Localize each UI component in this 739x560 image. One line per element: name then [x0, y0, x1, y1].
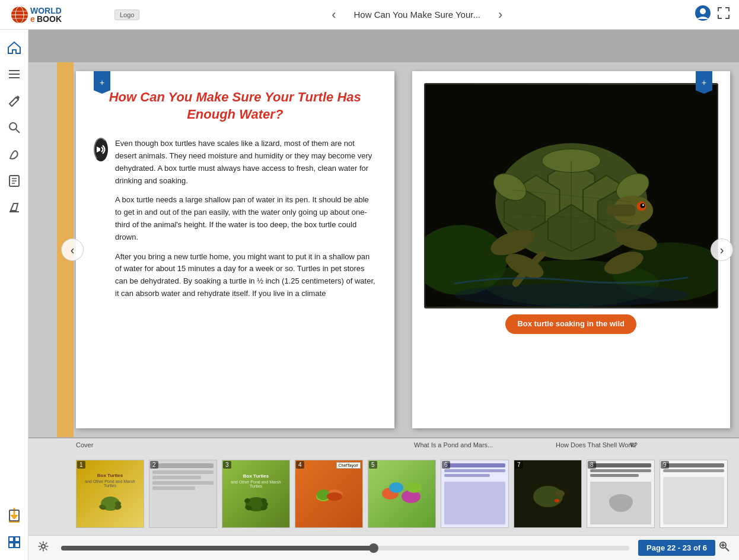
expand-icon — [717, 7, 730, 20]
thumb-num-9: 9 — [661, 461, 669, 469]
thumb-8-line1 — [590, 463, 651, 467]
book-next-button[interactable]: › — [711, 238, 733, 261]
grid-icon — [8, 536, 21, 549]
thumb-2-line3 — [152, 476, 201, 479]
sidebar-bottom-icons — [0, 504, 28, 554]
thumbnail-6[interactable]: 6 — [441, 460, 509, 528]
next-page-button[interactable]: › — [492, 4, 508, 26]
user-icon — [695, 5, 711, 21]
nav-right — [695, 5, 730, 24]
thumb-1-subtitle: and Other Pond and Marsh Turtles — [79, 479, 141, 488]
thumbnail-3[interactable]: 3 Box Turtles and Other Pond and Marsh T… — [222, 460, 290, 528]
sidebar-search-button[interactable] — [2, 116, 26, 139]
thumb-3-subtitle: and Other Pond and Marsh Turtles — [225, 480, 286, 488]
svg-line-78 — [725, 548, 729, 551]
sidebar-highlight-button[interactable] — [2, 196, 26, 219]
page-icon — [8, 509, 21, 522]
sidebar-notes-button[interactable] — [2, 169, 26, 193]
sidebar-page-button[interactable] — [2, 504, 26, 527]
paragraph-3: After you bring a new turtle home, you m… — [115, 251, 377, 300]
gray-header — [28, 30, 739, 62]
settings-button[interactable] — [34, 537, 52, 558]
menu-icon — [8, 68, 21, 81]
thumb-6-line1 — [444, 463, 505, 467]
svg-point-9 — [700, 8, 706, 14]
thumb-8-img — [590, 482, 651, 524]
thumb-num-8: 8 — [588, 461, 596, 469]
thumbnails-header: Cover What Is a Pond and Mars... How Doe… — [28, 438, 739, 455]
svg-rect-23 — [15, 537, 20, 542]
logo-area: WORLD e BOOK Logo — [9, 4, 139, 26]
thumb-header-8: How Does That Shell Work? — [556, 441, 624, 452]
home-icon — [8, 41, 21, 54]
turtle-image — [424, 83, 719, 308]
thumbnail-4[interactable]: 4 ChefTayo# — [295, 460, 363, 528]
thumb-num-7: 7 — [515, 461, 523, 469]
thumb-header-9: W — [630, 441, 692, 452]
annotate-icon — [8, 94, 21, 107]
thumb-2-line1 — [152, 463, 214, 468]
svg-text:e: e — [30, 14, 35, 24]
progress-bar[interactable] — [61, 546, 629, 551]
sidebar-grid-button[interactable] — [2, 530, 26, 554]
thumb-6-line2 — [444, 469, 505, 472]
left-page-content: How Can You Make Sure Your Turtle Has En… — [76, 71, 394, 428]
image-caption: Box turtle soaking in the wild — [505, 314, 636, 334]
left-page-text: Even though box turtles have scales like… — [115, 138, 377, 307]
thumbnail-1[interactable]: 1 Box Turtles and Other Pond and Marsh T… — [76, 460, 144, 528]
thumbnail-2[interactable]: 2 — [149, 460, 217, 528]
left-bookmark-button[interactable]: + — [94, 71, 110, 94]
progress-handle[interactable] — [369, 543, 378, 553]
thumb-9-line2 — [663, 469, 724, 472]
thumb-5-image — [378, 476, 426, 511]
svg-point-31 — [454, 284, 688, 307]
thumb-header-2 — [144, 441, 205, 452]
expand-icon-button[interactable] — [717, 7, 730, 23]
main-area: ‹ › + How Can You Make Sure Your Turtle … — [0, 30, 739, 560]
sidebar-draw-button[interactable] — [2, 142, 26, 166]
sidebar-home-button[interactable] — [2, 36, 26, 59]
user-icon-button[interactable] — [695, 5, 711, 24]
progress-fill — [61, 546, 374, 551]
svg-rect-22 — [9, 537, 14, 542]
zoom-icon — [718, 540, 730, 552]
content-wrapper: ‹ › + How Can You Make Sure Your Turtle … — [28, 30, 739, 560]
search-icon — [8, 121, 21, 134]
thumb-6-line3 — [444, 474, 490, 477]
svg-point-74 — [555, 490, 565, 497]
left-book-page: + How Can You Make Sure Your Turtle Has … — [76, 71, 394, 428]
thumbnail-7[interactable]: 7 — [514, 460, 582, 528]
svg-text:BOOK: BOOK — [37, 14, 62, 24]
zoom-button[interactable] — [715, 537, 733, 558]
svg-point-45 — [642, 204, 644, 206]
thumb-num-5: 5 — [369, 461, 377, 469]
thumb-num-3: 3 — [223, 461, 231, 469]
svg-rect-24 — [9, 543, 14, 548]
thumbnail-5[interactable]: 5 — [368, 460, 436, 528]
thumbnail-8[interactable]: 8 — [587, 460, 655, 528]
svg-rect-46 — [606, 205, 635, 217]
thumb-8-line3 — [590, 474, 639, 477]
page-chapter-title: How Can You Make Sure Your Turtle Has En… — [94, 89, 377, 123]
draw-icon — [8, 148, 21, 161]
thumbnail-9[interactable]: 9 — [660, 460, 728, 528]
thumb-header-7 — [488, 441, 550, 452]
thumb-1-title: Box Turtles — [97, 473, 123, 479]
thumb-2-line4 — [152, 481, 214, 485]
sidebar-menu-button[interactable] — [2, 62, 26, 86]
thumb-2-line2 — [152, 470, 214, 474]
svg-point-75 — [555, 499, 559, 502]
thumb-6-img — [444, 482, 505, 524]
thumb-4-image — [313, 482, 345, 505]
book-prev-button[interactable]: ‹ — [61, 238, 84, 261]
paragraph-2: A box turtle needs a large shallow pan o… — [115, 194, 377, 243]
sidebar-annotate-button[interactable] — [2, 89, 26, 113]
thumb-9-line1 — [663, 463, 724, 467]
audio-section: Even though box turtles have scales like… — [94, 138, 377, 307]
thumb-header-1: Cover — [76, 441, 138, 452]
nav-center: ‹ How Can You Make Sure Your... › — [139, 4, 695, 26]
thumb-9-img — [663, 477, 724, 524]
right-bookmark-button[interactable]: + — [696, 71, 712, 94]
prev-page-button[interactable]: ‹ — [326, 4, 342, 26]
audio-play-button[interactable] — [94, 138, 108, 161]
